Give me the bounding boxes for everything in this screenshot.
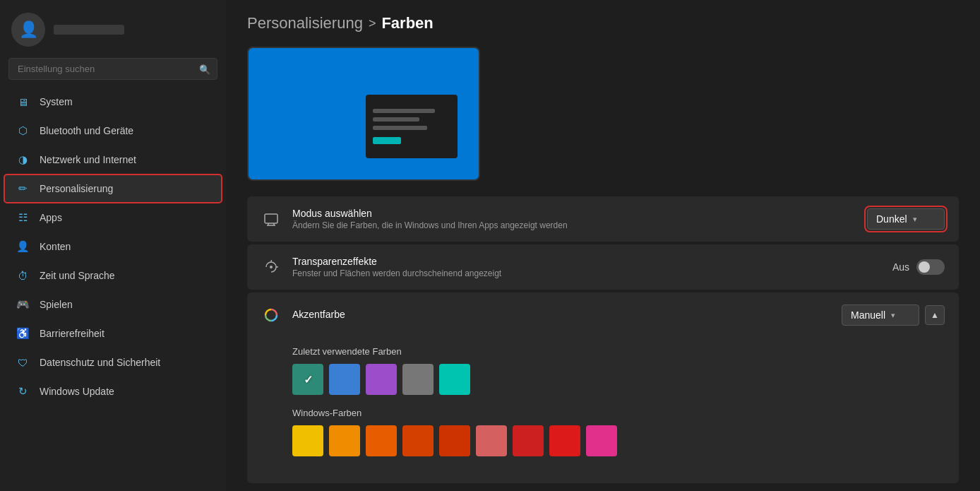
sidebar-item-label: Windows Update [40,386,114,397]
transparenz-title: Transparenzeffekte [292,256,881,267]
system-icon: 🖥 [16,95,30,109]
breadcrumb-parent: Personalisierung [247,14,363,32]
user-section: 👤 [0,0,226,55]
modus-row: Modus auswählen Ändern Sie die Farben, d… [247,196,959,242]
chevron-down-icon-akzent: ▾ [891,311,895,320]
sidebar-nav: 🖥 System ⬡ Bluetooth und Geräte ◑ Netzwe… [0,87,226,406]
color-swatch-recent-1[interactable] [329,364,360,395]
akzentfarbe-content: Akzentfarbe [292,309,830,321]
sidebar-item-label: Spielen [40,299,73,310]
modus-control: Dunkel ▾ [867,208,945,230]
spielen-icon: 🎮 [16,297,30,312]
windows-colors-label: Windows-Farben [292,408,945,418]
akzentfarbe-title: Akzentfarbe [292,309,830,320]
transparenz-icon [261,257,281,277]
preview-window [366,95,458,158]
color-swatch-win-5[interactable] [476,425,507,456]
preview-button [373,137,401,144]
breadcrumb-current: Farben [381,14,433,32]
transparenz-toggle-wrap: Aus [892,259,945,275]
search-input[interactable] [8,58,217,80]
windows-colors-swatches [292,425,945,456]
color-swatch-win-2[interactable] [366,425,397,456]
preview-line-1 [373,109,435,113]
apps-icon: ☷ [16,211,30,225]
color-swatch-recent-3[interactable] [402,364,434,395]
sidebar-item-barrierefreiheit[interactable]: ♿ Barrierefreiheit [4,319,222,348]
sidebar-item-konten[interactable]: 👤 Konten [4,232,222,261]
akzentfarbe-icon [261,305,281,325]
sidebar-item-personalisierung[interactable]: ✏ Personalisierung [4,174,222,203]
username-placeholder [54,25,124,35]
transparenz-toggle[interactable] [916,259,945,275]
akzentfarbe-control: Manuell ▾ ▲ [842,304,945,326]
color-swatch-win-8[interactable] [586,425,617,456]
sidebar: 👤 🔍 🖥 System ⬡ Bluetooth und Geräte ◑ Ne… [0,0,226,491]
color-swatch-win-6[interactable] [513,425,544,456]
color-swatch-recent-4[interactable] [439,364,470,395]
svg-rect-0 [265,214,277,223]
sidebar-item-apps[interactable]: ☷ Apps [4,203,222,232]
akzentfarbe-header: Akzentfarbe Manuell ▾ ▲ [247,292,959,338]
bluetooth-icon: ⬡ [16,124,30,138]
barrierefreiheit-icon: ♿ [16,326,30,341]
transparenz-row: Transparenzeffekte Fenster und Flächen w… [247,244,959,290]
konten-icon: 👤 [16,239,30,254]
sidebar-item-system[interactable]: 🖥 System [4,88,222,116]
sidebar-item-windows-update[interactable]: ↻ Windows Update [4,377,222,406]
sidebar-item-label: Personalisierung [40,183,113,194]
sidebar-item-label: Bluetooth und Geräte [40,125,133,136]
breadcrumb-separator: > [369,16,376,31]
color-swatch-recent-2[interactable] [366,364,397,395]
modus-content: Modus auswählen Ändern Sie die Farben, d… [292,208,856,230]
transparenz-content: Transparenzeffekte Fenster und Flächen w… [292,256,881,278]
toggle-knob [919,261,930,273]
transparenz-control: Aus [892,259,945,275]
color-swatch-win-0[interactable] [292,425,323,456]
modus-dropdown-value: Dunkel [876,213,907,225]
modus-dropdown[interactable]: Dunkel ▾ [867,208,945,230]
modus-icon [261,209,281,229]
akzentfarbe-row: Akzentfarbe Manuell ▾ ▲ Zuletzt verwende… [247,292,959,483]
search-box: 🔍 [8,58,217,80]
preview-line-3 [373,126,427,130]
modus-title: Modus auswählen [292,208,856,219]
modus-subtitle: Ändern Sie die Farben, die in Windows un… [292,220,856,230]
color-swatch-win-4[interactable] [439,425,470,456]
color-swatch-win-1[interactable] [329,425,360,456]
chevron-up-icon: ▲ [931,310,939,320]
recently-used-label: Zuletzt verwendete Farben [292,346,945,357]
sidebar-item-bluetooth[interactable]: ⬡ Bluetooth und Geräte [4,117,222,145]
transparenz-subtitle: Fenster und Flächen werden durchscheinen… [292,268,881,278]
sidebar-item-netzwerk[interactable]: ◑ Netzwerk und Internet [4,146,222,174]
recently-used-swatches [292,364,945,395]
breadcrumb: Personalisierung > Farben [247,14,959,32]
main-content: Personalisierung > Farben Modus auswähle… [226,0,980,491]
zeit-icon: ⏱ [16,268,30,283]
chevron-down-icon: ▾ [913,215,917,224]
akzentfarbe-dropdown[interactable]: Manuell ▾ [842,304,919,326]
sidebar-item-label: Zeit und Sprache [40,270,115,281]
search-icon: 🔍 [199,64,210,74]
svg-point-4 [270,266,273,268]
netzwerk-icon: ◑ [16,153,30,167]
color-swatch-win-3[interactable] [402,425,434,456]
datenschutz-icon: 🛡 [16,355,30,369]
akzentfarbe-dropdown-value: Manuell [851,309,885,321]
sidebar-item-label: Datenschutz und Sicherheit [40,357,160,368]
windows-update-icon: ↻ [16,384,30,398]
personalisierung-icon: ✏ [16,182,30,196]
sidebar-item-zeit[interactable]: ⏱ Zeit und Sprache [4,261,222,290]
color-swatch-recent-0[interactable] [292,364,323,395]
sidebar-item-label: Konten [40,241,71,252]
sidebar-item-spielen[interactable]: 🎮 Spielen [4,290,222,319]
sidebar-item-datenschutz[interactable]: 🛡 Datenschutz und Sicherheit [4,348,222,377]
avatar: 👤 [11,13,45,47]
color-swatch-win-7[interactable] [549,425,580,456]
transparenz-toggle-label: Aus [892,261,909,273]
akzentfarbe-body: Zuletzt verwendete Farben Windows-Farben [247,338,959,483]
sidebar-item-label: Barrierefreiheit [40,328,104,339]
preview-line-2 [373,117,419,122]
sidebar-item-label: System [40,96,73,107]
akzentfarbe-collapse-button[interactable]: ▲ [925,305,945,325]
